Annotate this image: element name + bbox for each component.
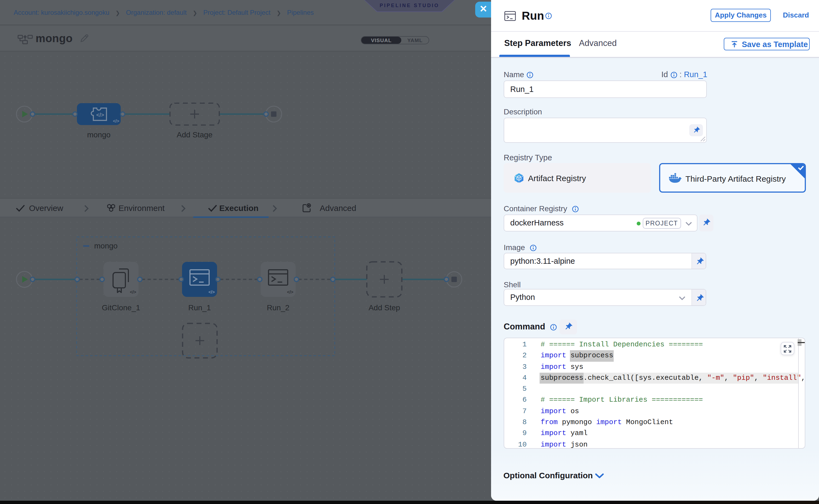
svg-text:mongo: mongo [94, 242, 118, 250]
svg-text:</>: </> [208, 290, 215, 294]
svg-text:</>: </> [130, 290, 136, 294]
svg-text:</>: </> [287, 290, 293, 294]
svg-text:Add Step: Add Step [368, 303, 400, 312]
svg-text:Run_1: Run_1 [188, 303, 211, 312]
svg-text:GitClone_1: GitClone_1 [102, 303, 140, 312]
svg-text:</>: </> [113, 118, 119, 123]
svg-text:Add Stage: Add Stage [177, 130, 213, 139]
svg-text:Environment: Environment [118, 203, 165, 212]
svg-text:</>: </> [96, 112, 104, 118]
svg-text:Run_2: Run_2 [267, 303, 289, 312]
svg-text:Advanced: Advanced [320, 203, 356, 212]
svg-text:mongo: mongo [87, 130, 111, 139]
svg-text:Overview: Overview [29, 203, 63, 212]
svg-text:Execution: Execution [219, 203, 258, 212]
